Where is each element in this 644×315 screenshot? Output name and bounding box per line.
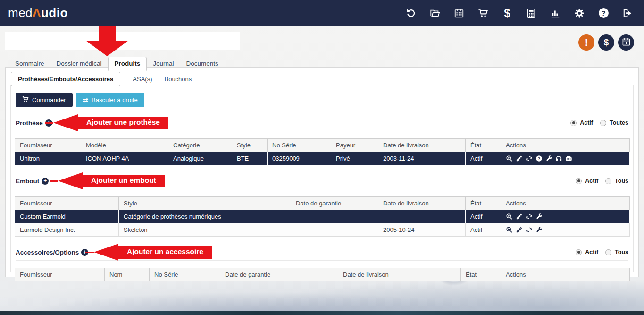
embout-radio-tous[interactable]: [605, 178, 611, 184]
wrench-icon[interactable]: [535, 226, 543, 233]
col-date-livraison: Date de livraison: [338, 268, 461, 281]
col-date-garantie: Date de garantie: [291, 197, 378, 210]
bar-chart-icon[interactable]: [550, 8, 561, 19]
tab-documents[interactable]: Documents: [180, 57, 225, 70]
accessoires-radio-tous-label: Tous: [615, 249, 628, 255]
embout-filter: Actif Tous: [576, 178, 628, 184]
col-payeur: Payeur: [331, 139, 378, 152]
subtab-bouchons[interactable]: Bouchons: [164, 72, 192, 86]
alert-button[interactable]: !: [578, 34, 594, 51]
embout-row[interactable]: Earmold Design Inc. Skeleton 2005-10-24 …: [15, 223, 630, 237]
basculer-button[interactable]: ⇄ Basculer à droite: [76, 93, 144, 107]
prothese-section-header: Prothèse + Ajouter une prothèse Actif To…: [16, 117, 628, 129]
cart-small-icon: [22, 96, 29, 104]
col-fournisseur: Fournisseur: [15, 139, 81, 152]
commander-button[interactable]: Commander: [16, 93, 73, 107]
embout-radio-tous-label: Tous: [615, 178, 628, 184]
accessoires-radio-tous[interactable]: [605, 249, 611, 255]
settings-gear-icon[interactable]: [574, 8, 585, 19]
produits-card: Prothèses/Embouts/Accessoires ASA(s) Bou…: [5, 67, 639, 277]
edit-pencil-icon[interactable]: [516, 155, 523, 162]
prothese-table: Fournisseur Modèle Catégorie Style No Sé…: [15, 138, 630, 165]
edit-pencil-icon[interactable]: [516, 213, 523, 220]
dollar-icon[interactable]: $: [502, 8, 513, 19]
col-date-livraison: Date de livraison: [378, 197, 466, 210]
calendar-icon[interactable]: [453, 8, 465, 19]
billing-button[interactable]: $: [598, 34, 614, 51]
folder-open-icon[interactable]: [429, 8, 441, 19]
produits-tab-annotation-arrow: [86, 26, 128, 56]
embout-annotation: Ajouter un embout: [50, 172, 165, 189]
col-style: Style: [232, 139, 268, 152]
calculator-icon[interactable]: [526, 8, 537, 19]
subtab-asa[interactable]: ASA(s): [133, 72, 152, 86]
wrench-icon[interactable]: [545, 155, 552, 162]
embout-header-row: Fournisseur Style Date de garantie Date …: [15, 197, 630, 210]
accessoire-annotation: Ajouter un accessoire: [85, 244, 212, 261]
cart-icon[interactable]: [477, 8, 489, 19]
page-background: ! $ Sommaire Dossier médical Produits Jo…: [0, 26, 644, 311]
add-embout-icon[interactable]: +: [42, 178, 49, 185]
medaudio-app: medΛudio $ ?: [0, 0, 644, 315]
prothese-title: Prothèse: [16, 119, 43, 127]
commander-label: Commander: [32, 96, 66, 103]
sync-icon[interactable]: [526, 213, 533, 220]
app-logo[interactable]: medΛudio: [8, 6, 68, 20]
sync-icon[interactable]: [526, 155, 533, 162]
col-etat: État: [466, 139, 501, 152]
col-style: Style: [119, 197, 291, 210]
embout-table: Fournisseur Style Date de garantie Date …: [15, 196, 630, 237]
accessoires-section-header: Accessoires/Options + Ajouter un accesso…: [16, 246, 628, 258]
subtab-protheses-embouts-accessoires[interactable]: Prothèses/Embouts/Accessoires: [11, 72, 120, 86]
col-modele: Modèle: [81, 139, 168, 152]
search-plus-icon[interactable]: [506, 155, 513, 162]
logo-part1: med: [8, 6, 33, 20]
navbar-icons: $ ?: [405, 8, 636, 19]
tab-dossier-medical[interactable]: Dossier médical: [50, 57, 108, 70]
wrench-icon[interactable]: [535, 213, 543, 220]
tab-journal[interactable]: Journal: [147, 57, 180, 70]
history-icon[interactable]: [405, 8, 417, 19]
sync-icon[interactable]: [526, 226, 533, 233]
product-subtabs: Prothèses/Embouts/Accessoires ASA(s) Bou…: [11, 72, 192, 86]
tab-produits[interactable]: Produits: [108, 57, 147, 71]
embout-radio-actif[interactable]: [576, 178, 582, 184]
col-fournisseur: Fournisseur: [15, 268, 105, 281]
tab-sommaire[interactable]: Sommaire: [9, 57, 50, 70]
prothese-radio-actif-label: Actif: [580, 119, 593, 126]
sign-out-icon[interactable]: [622, 8, 633, 19]
embout-title: Embout: [16, 178, 39, 185]
prothese-annotation: Ajouter une prothèse: [45, 114, 168, 131]
prothese-annotation-label: Ajouter une prothèse: [78, 117, 168, 129]
logo-accent: Λ: [33, 6, 41, 20]
quick-action-buttons: ! $: [578, 34, 634, 51]
prothese-row[interactable]: Unitron ICON AOHP 4A Analogique BTE 0325…: [15, 152, 630, 165]
products-panel: Commander ⇄ Basculer à droite Prothèse +…: [10, 85, 634, 272]
accessoires-filter: Actif Tous: [576, 249, 628, 255]
accessoires-radio-actif[interactable]: [576, 249, 582, 255]
accessoires-header-row: Fournisseur Nom No Série Date de garanti…: [15, 268, 630, 281]
prothese-radio-toutes-label: Toutes: [610, 119, 628, 126]
help-icon[interactable]: ?: [598, 8, 609, 19]
col-actions: Actions: [501, 139, 630, 152]
swap-arrows-icon: ⇄: [83, 98, 89, 102]
help-glyph: ?: [599, 8, 609, 18]
col-date-garantie: Date de garantie: [220, 268, 338, 281]
headphones-icon[interactable]: [555, 155, 562, 162]
edit-pencil-icon[interactable]: [516, 226, 523, 233]
logo-part2: udio: [41, 6, 68, 20]
appointment-button[interactable]: [618, 34, 634, 51]
embout-radio-actif-label: Actif: [585, 178, 598, 184]
help-circle-icon[interactable]: ?: [535, 155, 543, 162]
col-etat: État: [461, 268, 501, 281]
search-plus-icon[interactable]: [506, 213, 513, 220]
prothese-radio-actif[interactable]: [570, 120, 577, 126]
calendar-plus-icon: [622, 37, 631, 48]
embout-section-header: Embout + Ajouter un embout Actif Tous: [16, 175, 628, 187]
prothese-radio-toutes[interactable]: [600, 120, 606, 126]
prothese-filter: Actif Toutes: [570, 119, 628, 126]
embout-row[interactable]: Custom Earmold Catégorie de prothèses nu…: [15, 210, 630, 223]
accessoires-radio-actif-label: Actif: [585, 249, 598, 255]
search-plus-icon[interactable]: [506, 226, 513, 233]
fax-icon[interactable]: [565, 155, 572, 162]
